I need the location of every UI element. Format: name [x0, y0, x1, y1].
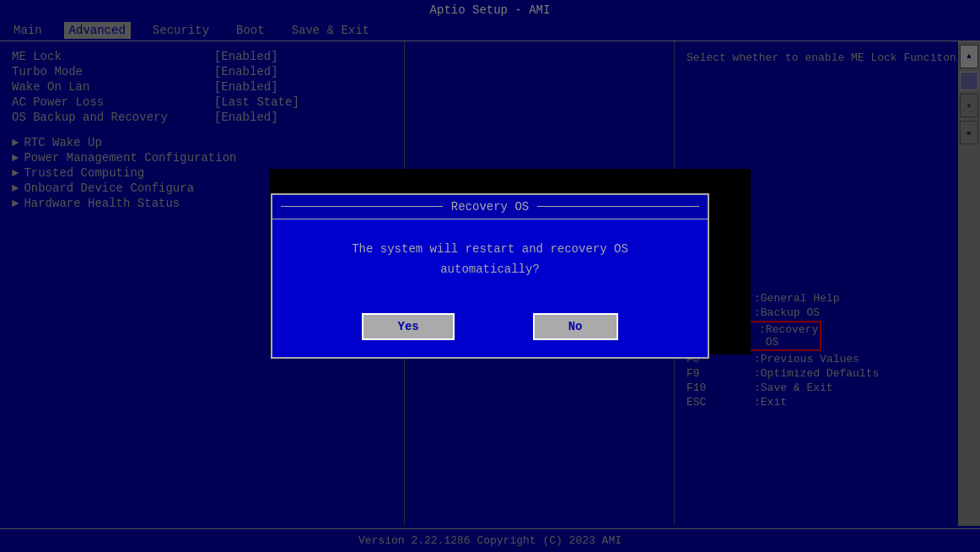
- modal-body: The system will restart and recovery OS …: [272, 219, 708, 300]
- modal-title-bar: Recovery OS: [272, 195, 708, 219]
- modal-title-dash-left: [281, 206, 443, 207]
- modal-message-line2: automatically?: [289, 260, 691, 280]
- modal-title-text: Recovery OS: [451, 200, 529, 214]
- modal-title-dash-right: [537, 206, 699, 207]
- modal-no-button[interactable]: No: [533, 313, 618, 340]
- modal-overlay: Recovery OS The system will restart and …: [0, 0, 980, 552]
- modal-dialog: Recovery OS The system will restart and …: [271, 193, 709, 360]
- modal-buttons: Yes No: [272, 300, 708, 357]
- modal-message-line1: The system will restart and recovery OS: [289, 240, 691, 260]
- modal-yes-button[interactable]: Yes: [362, 313, 454, 340]
- modal-title-line: Recovery OS: [281, 200, 699, 214]
